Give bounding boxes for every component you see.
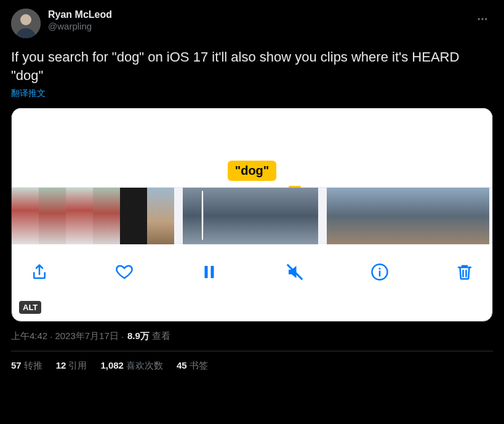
media-top-area: "dog"	[12, 108, 492, 187]
tweet-header: Ryan McLeod @warpling	[11, 9, 493, 38]
svg-point-4	[485, 18, 487, 20]
svg-point-10	[378, 268, 380, 270]
quotes-label: 引用	[68, 360, 87, 372]
clip-thumbnail	[183, 188, 210, 244]
clip-thumbnail	[327, 188, 354, 244]
clip-thumbnail	[93, 188, 120, 244]
tweet-text: If you search for "dog" on iOS 17 it'll …	[11, 48, 493, 84]
likes-label: 喜欢次数	[126, 360, 163, 372]
clip-thumbnail	[408, 188, 435, 244]
separator: ·	[50, 331, 52, 342]
views-label: 查看	[152, 330, 170, 342]
clip-thumbnail	[12, 188, 39, 244]
quotes-stat[interactable]: 12 引用	[56, 360, 87, 372]
clip-thumbnail	[354, 188, 381, 244]
more-button[interactable]	[472, 9, 493, 30]
svg-rect-5	[205, 266, 208, 278]
clip-thumbnail	[39, 188, 66, 244]
svg-rect-6	[211, 266, 214, 278]
clip-thumbnail	[147, 188, 174, 244]
bookmarks-stat[interactable]: 45 书签	[177, 360, 208, 372]
clip-thumbnail	[66, 188, 93, 244]
svg-point-3	[481, 18, 483, 20]
retweets-label: 转推	[24, 360, 42, 372]
trash-button[interactable]	[454, 262, 475, 282]
pause-button[interactable]	[199, 262, 220, 282]
tweet-container: Ryan McLeod @warpling If you search for …	[0, 0, 504, 380]
media-card[interactable]: "dog"	[11, 108, 493, 322]
video-timeline[interactable]	[12, 187, 492, 244]
translate-link[interactable]: 翻译推文	[11, 88, 46, 99]
quotes-count: 12	[56, 360, 66, 372]
tweet-date[interactable]: 2023年7月17日	[55, 330, 118, 342]
clip-thumbnail	[381, 188, 408, 244]
clip-thumbnail	[462, 188, 489, 244]
author-block: Ryan McLeod @warpling	[48, 9, 112, 33]
separator: ·	[121, 331, 124, 342]
svg-point-1	[20, 14, 31, 25]
clip-group[interactable]	[183, 188, 318, 243]
clip-thumbnail	[120, 188, 147, 244]
views-count: 8.9万	[127, 330, 150, 342]
clip-thumbnail	[210, 188, 237, 244]
clip-group[interactable]	[12, 188, 174, 243]
tweet-time[interactable]: 上午4:42	[11, 330, 47, 342]
clip-thumbnail	[264, 188, 291, 244]
clip-thumbnail	[237, 188, 264, 244]
retweets-stat[interactable]: 57 转推	[11, 360, 42, 372]
clip-thumbnail	[291, 188, 318, 244]
like-button[interactable]	[114, 262, 135, 282]
retweets-count: 57	[11, 360, 22, 372]
bookmarks-count: 45	[177, 360, 187, 372]
stats-row: 57 转推 12 引用 1,082 喜欢次数 45 书签	[11, 351, 493, 372]
avatar[interactable]	[11, 9, 41, 38]
svg-point-2	[478, 18, 480, 20]
bookmarks-label: 书签	[190, 360, 208, 372]
clip-thumbnail	[435, 188, 462, 244]
media-toolbar	[12, 244, 492, 299]
search-term-pill: "dog"	[228, 161, 277, 181]
meta-row: 上午4:42 · 2023年7月17日 · 8.9万 查看	[11, 330, 493, 342]
share-button[interactable]	[29, 262, 50, 282]
mute-button[interactable]	[284, 262, 305, 282]
handle[interactable]: @warpling	[48, 21, 112, 33]
alt-badge[interactable]: ALT	[19, 301, 41, 314]
likes-count: 1,082	[100, 360, 124, 372]
display-name[interactable]: Ryan McLeod	[48, 9, 112, 21]
likes-stat[interactable]: 1,082 喜欢次数	[100, 360, 163, 372]
info-button[interactable]	[369, 262, 390, 282]
playhead-icon[interactable]	[201, 190, 204, 241]
clip-group[interactable]	[327, 188, 489, 243]
